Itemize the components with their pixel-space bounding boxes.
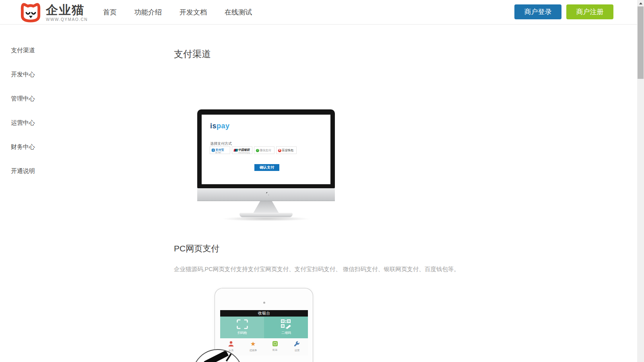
sidebar-menu: 支付渠道 开发中心 管理中心 运营中心 财务中心 开通说明 <box>11 47 35 191</box>
section-heading: PC网页支付 <box>174 243 219 254</box>
merchant-register-button[interactable]: 商户注册 <box>566 4 613 19</box>
nav-item-online-test[interactable]: 在线测试 <box>225 8 252 17</box>
sidebar-item-activation-guide[interactable]: 开通说明 <box>11 167 35 177</box>
scrollbar-thumb[interactable] <box>638 6 644 79</box>
sidebar-item-admin-center[interactable]: 管理中心 <box>11 95 35 104</box>
brand-text: 企业猫 WWW.QYMAO.CN <box>46 1 88 22</box>
tablet-promo-image: 收银台 扫码枪 <box>215 288 313 362</box>
sidebar-item-finance-center[interactable]: 财务中心 <box>11 143 35 152</box>
baidu-wallet-icon: 百 <box>278 149 281 152</box>
imac-display: ispay 选择支付方式 支 支付宝 ALIPAY <box>202 115 330 184</box>
ispay-logo: ispay <box>210 122 230 130</box>
scan-gun-label: 扫码枪 <box>237 331 247 335</box>
sidebar-item-operation-center[interactable]: 运营中心 <box>11 119 35 128</box>
apple-logo-icon <box>264 191 269 197</box>
imac-shadow <box>221 216 311 221</box>
payment-option-wechat: ✓ 微信支付 <box>254 146 275 154</box>
dock-item-coupon: ★ 优惠券 <box>242 338 264 356</box>
page: 企业猫 WWW.QYMAO.CN 首页 功能介绍 开发文档 在线测试 商户登录 … <box>0 0 644 362</box>
brand-name: 企业猫 <box>46 4 88 16</box>
payment-method-row: 支 支付宝 ALIPAY 中国银联 ChinaUnion <box>210 146 297 154</box>
tablet-screen: 收银台 扫码枪 <box>220 310 308 356</box>
payment-option-baidu: 百 百度钱包 <box>276 146 297 154</box>
top-navbar: 企业猫 WWW.QYMAO.CN 首页 功能介绍 开发文档 在线测试 商户登录 … <box>0 0 637 25</box>
scan-frame-icon <box>237 319 248 329</box>
nav-item-home[interactable]: 首页 <box>103 8 117 17</box>
nav-item-features[interactable]: 功能介绍 <box>134 8 162 17</box>
brand-logo[interactable]: 企业猫 WWW.QYMAO.CN <box>19 1 88 23</box>
brand-domain: WWW.QYMAO.CN <box>46 17 88 22</box>
qr-code-panel: 二维码 <box>264 317 308 338</box>
nav-links: 首页 功能介绍 开发文档 在线测试 <box>103 0 252 24</box>
dock-item-settings: 设置 <box>286 338 308 356</box>
alipay-icon: 支 <box>212 149 215 152</box>
nav-item-docs[interactable]: 开发文档 <box>180 8 207 17</box>
payment-option-alipay: 支 支付宝 ALIPAY <box>210 146 230 154</box>
section-description: 企业猫源码,PC网页支付支持支付宝网页支付、支付宝扫码支付、 微信扫码支付、银联… <box>174 265 460 273</box>
cashier-dock: 会员 ★ 优惠券 账单 设置 <box>220 338 308 356</box>
cashier-panels: 扫码枪 <box>220 317 308 338</box>
cat-logo-icon <box>19 1 43 23</box>
imac-bezel: ispay 选择支付方式 支 支付宝 ALIPAY <box>197 109 335 188</box>
cashier-titlebar: 收银台 <box>220 310 308 317</box>
coupon-star-icon: ★ <box>250 341 256 347</box>
qr-code-icon <box>281 319 291 329</box>
tablet-camera-dot <box>263 302 265 304</box>
imac-stand-neck <box>253 201 279 213</box>
bill-icon <box>272 341 278 346</box>
imac-chin <box>197 188 335 201</box>
imac-promo-image: ispay 选择支付方式 支 支付宝 ALIPAY <box>197 109 335 222</box>
merchant-login-button[interactable]: 商户登录 <box>514 4 561 19</box>
page-title: 支付渠道 <box>174 48 211 60</box>
dock-item-bill: 账单 <box>264 338 286 356</box>
qr-code-label: 二维码 <box>281 331 291 335</box>
sidebar-item-dev-center[interactable]: 开发中心 <box>11 71 35 80</box>
scrollbar-up-icon[interactable] <box>637 0 644 6</box>
settings-wrench-icon <box>294 341 300 347</box>
choose-payment-label: 选择支付方式 <box>210 141 232 146</box>
vertical-scrollbar[interactable] <box>637 0 644 362</box>
scan-gun-panel: 扫码枪 <box>220 317 264 338</box>
payment-option-unionpay: 中国银联 ChinaUnionpay <box>232 146 252 154</box>
unionpay-icon <box>234 149 237 151</box>
member-person-icon <box>228 341 234 347</box>
sidebar-item-payment-channels[interactable]: 支付渠道 <box>11 47 35 56</box>
wechat-pay-icon: ✓ <box>256 149 259 152</box>
confirm-payment-button: 确认支付 <box>254 164 279 171</box>
